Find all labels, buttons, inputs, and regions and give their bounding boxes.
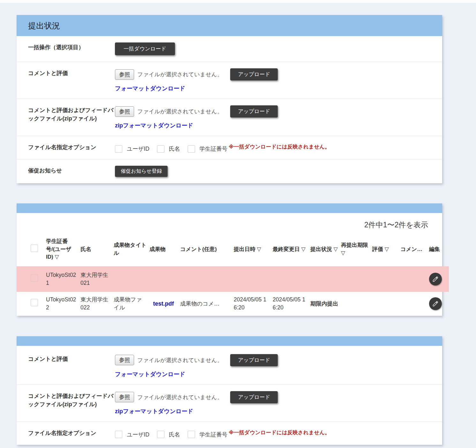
- select-all-checkbox[interactable]: [31, 245, 38, 252]
- bulk-operation-label: 一括操作（選択項目）: [28, 42, 115, 55]
- cell-student-id: UTokyoSt022: [45, 292, 79, 316]
- user-id-checkbox-label: ユーザID: [127, 431, 149, 438]
- cell-last-modified: [271, 266, 309, 292]
- col-status[interactable]: 提出状況 ▽: [309, 231, 340, 266]
- bulk-download-note: ※一括ダウンロードには反映されません。: [229, 429, 330, 436]
- file-status-text: ファイルが選択されていません。: [137, 108, 223, 115]
- cell-name: 東大用学生021: [79, 266, 112, 292]
- table-row: UTokyoSt021 東大用学生021: [17, 266, 449, 292]
- student-id-checkbox-label: 学生証番号: [200, 431, 228, 438]
- cell-status: [309, 266, 340, 292]
- col-comment: コメント(任意): [179, 231, 232, 266]
- name-checkbox[interactable]: [157, 145, 164, 153]
- user-id-checkbox-label: ユーザID: [127, 145, 149, 153]
- cell-grade: [371, 266, 399, 292]
- cell-status: 期限内提出: [309, 292, 340, 316]
- cell-student-id: UTokyoSt021: [45, 266, 79, 292]
- reminder-row: 催促お知らせ 催促お知らせ登録: [17, 159, 442, 183]
- format-download-link[interactable]: フォーマットダウンロード: [115, 370, 185, 378]
- cell-comment: 成果物のコメ…: [179, 292, 232, 316]
- comment-eval-zip-label: コメントと評価およびフィードバックファイル(zipファイル): [28, 105, 115, 129]
- comment-eval-zip-label: コメントと評価およびフィードバックファイル(zipファイル): [28, 391, 115, 415]
- top-strip: [0, 0, 476, 3]
- cell-artifact-title: [112, 266, 148, 292]
- upload-button[interactable]: アップロード: [230, 391, 278, 403]
- file-status-text: ファイルが選択されていません。: [137, 393, 223, 401]
- filename-option-row: ファイル名指定オプション ユーザID 氏名 学生証番号 ※一括ダウンロードには反…: [17, 421, 442, 445]
- row-checkbox[interactable]: [31, 274, 38, 282]
- col-grade[interactable]: 評価 ▽: [371, 231, 399, 266]
- cell-last-modified: 2024/05/05 16:20: [271, 292, 309, 316]
- results-table: 学生証番号/(ユーザID) ▽ 氏名 成果物タイトル 成果物 コメント(任意) …: [17, 231, 449, 316]
- reminder-label: 催促お知らせ: [28, 166, 115, 177]
- user-id-checkbox[interactable]: [115, 431, 122, 438]
- artifact-file-link[interactable]: test.pdf: [153, 300, 174, 307]
- cell-name: 東大用学生022: [79, 292, 112, 316]
- cell-artifact: [148, 266, 179, 292]
- cell-comment2: [399, 266, 428, 292]
- panel-header-strip: [17, 336, 442, 346]
- results-panel: 2件中1〜2件を表示 学生証番号/(ユーザID) ▽ 氏名 成果物タイトル 成果…: [17, 203, 442, 316]
- cell-submitted-at: [232, 266, 271, 292]
- page-title: 提出状況: [28, 20, 60, 31]
- filename-option-label: ファイル名指定オプション: [28, 142, 115, 153]
- bulk-download-button[interactable]: 一括ダウンロード: [115, 42, 175, 55]
- user-id-checkbox[interactable]: [115, 145, 122, 153]
- cell-comment2: [399, 292, 428, 316]
- name-checkbox[interactable]: [157, 431, 164, 438]
- edit-button[interactable]: [429, 297, 442, 310]
- table-row: UTokyoSt022 東大用学生022 成果物ファイル test.pdf 成果…: [17, 292, 449, 316]
- format-download-link[interactable]: フォーマットダウンロード: [115, 85, 185, 92]
- comment-eval-label: コメントと評価: [28, 354, 115, 378]
- upload-button[interactable]: アップロード: [230, 105, 278, 118]
- result-count: 2件中1〜2件を表示: [17, 213, 442, 230]
- reminder-register-button[interactable]: 催促お知らせ登録: [115, 166, 168, 177]
- cell-submitted-at: 2024/05/05 16:20: [232, 292, 271, 316]
- filename-option-row: ファイル名指定オプション ユーザID 氏名 学生証番号 ※一括ダウンロードには反…: [17, 136, 442, 159]
- comment-eval-row: コメントと評価 参照 ファイルが選択されていません。 アップロード フォーマット…: [17, 62, 442, 99]
- zip-format-download-link[interactable]: zipフォーマットダウンロード: [115, 122, 193, 129]
- bottom-controls-panel: コメントと評価 参照 ファイルが選択されていません。 アップロード フォーマット…: [17, 336, 442, 445]
- cell-grade: [371, 292, 399, 316]
- name-checkbox-label: 氏名: [169, 145, 180, 153]
- cell-artifact-title: 成果物ファイル: [112, 292, 148, 316]
- cell-comment: [179, 266, 232, 292]
- browse-button[interactable]: 参照: [115, 355, 134, 365]
- col-resubmit-deadline[interactable]: 再提出期限 ▽: [340, 231, 371, 266]
- table-header-row: 学生証番号/(ユーザID) ▽ 氏名 成果物タイトル 成果物 コメント(任意) …: [17, 231, 449, 266]
- panel-header: 提出状況: [17, 15, 442, 36]
- col-comment2: コメン…: [399, 231, 428, 266]
- browse-button[interactable]: 参照: [115, 392, 134, 402]
- file-status-text: ファイルが選択されていません。: [137, 71, 223, 78]
- col-student-id[interactable]: 学生証番号/(ユーザID) ▽: [45, 231, 79, 266]
- col-submitted-at[interactable]: 提出日時 ▽: [232, 231, 271, 266]
- comment-eval-row: コメントと評価 参照 ファイルが選択されていません。 アップロード フォーマット…: [17, 346, 442, 384]
- browse-button[interactable]: 参照: [115, 69, 134, 80]
- cell-resubmit-deadline: [340, 292, 371, 316]
- browse-button[interactable]: 参照: [115, 106, 134, 117]
- pencil-icon: [432, 300, 439, 307]
- comment-eval-label: コメントと評価: [28, 68, 115, 92]
- col-edit: 編集: [428, 231, 449, 266]
- col-last-modified[interactable]: 最終変更日 ▽: [271, 231, 309, 266]
- student-id-checkbox-label: 学生証番号: [200, 145, 228, 153]
- upload-button[interactable]: アップロード: [230, 68, 278, 80]
- pencil-icon: [432, 276, 439, 282]
- col-artifact-title: 成果物タイトル: [112, 231, 148, 266]
- student-id-checkbox[interactable]: [188, 431, 195, 438]
- bulk-operation-row: 一括操作（選択項目） 一括ダウンロード: [17, 36, 442, 62]
- student-id-checkbox[interactable]: [188, 145, 195, 153]
- comment-eval-zip-row: コメントと評価およびフィードバックファイル(zipファイル) 参照 ファイルが選…: [17, 99, 442, 136]
- zip-format-download-link[interactable]: zipフォーマットダウンロード: [115, 407, 193, 415]
- comment-eval-zip-row: コメントと評価およびフィードバックファイル(zipファイル) 参照 ファイルが選…: [17, 384, 442, 421]
- col-artifact: 成果物: [148, 231, 179, 266]
- panel-header-strip: [17, 203, 442, 213]
- upload-button[interactable]: アップロード: [230, 354, 278, 366]
- cell-resubmit-deadline: [340, 266, 371, 292]
- submission-status-panel: 提出状況 一括操作（選択項目） 一括ダウンロード コメントと評価 参照 ファイル…: [17, 15, 442, 183]
- file-status-text: ファイルが選択されていません。: [137, 356, 223, 364]
- edit-button[interactable]: [429, 273, 442, 285]
- row-checkbox[interactable]: [31, 299, 38, 306]
- bulk-download-note: ※一括ダウンロードには反映されません。: [229, 143, 330, 150]
- col-name: 氏名: [79, 231, 112, 266]
